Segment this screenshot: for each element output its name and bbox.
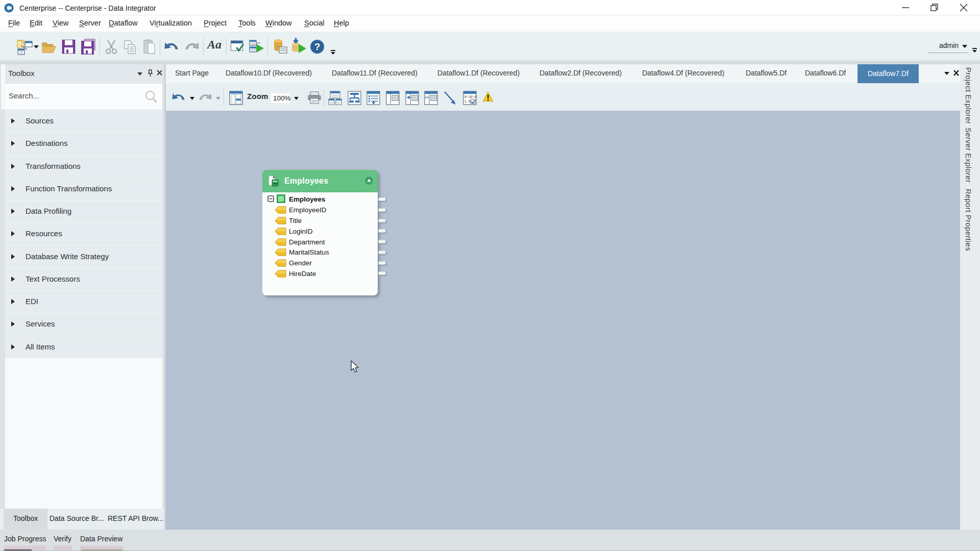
svg-text:?: ? (314, 41, 321, 52)
svg-text:0:10:01: 0:10:01 (464, 95, 477, 99)
svg-text:1 0: 1 0 (464, 100, 471, 104)
